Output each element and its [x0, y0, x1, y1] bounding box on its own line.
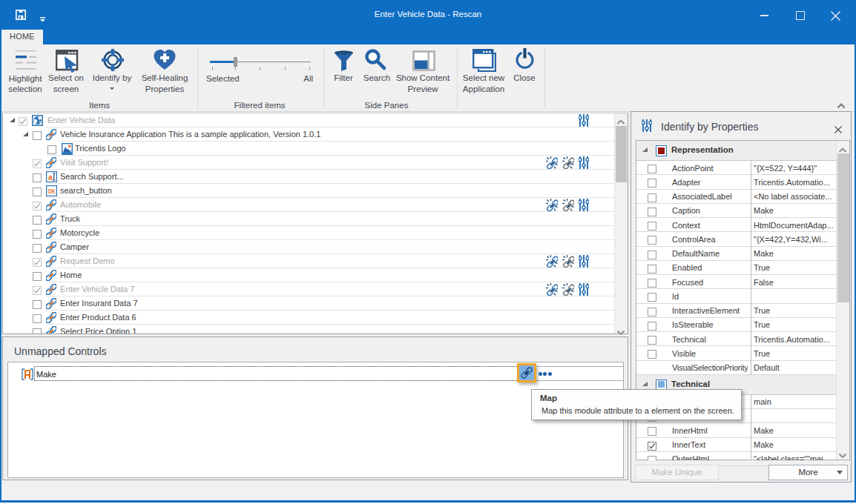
svg-text:a: a: [48, 173, 53, 182]
svg-text:OK: OK: [48, 188, 56, 195]
